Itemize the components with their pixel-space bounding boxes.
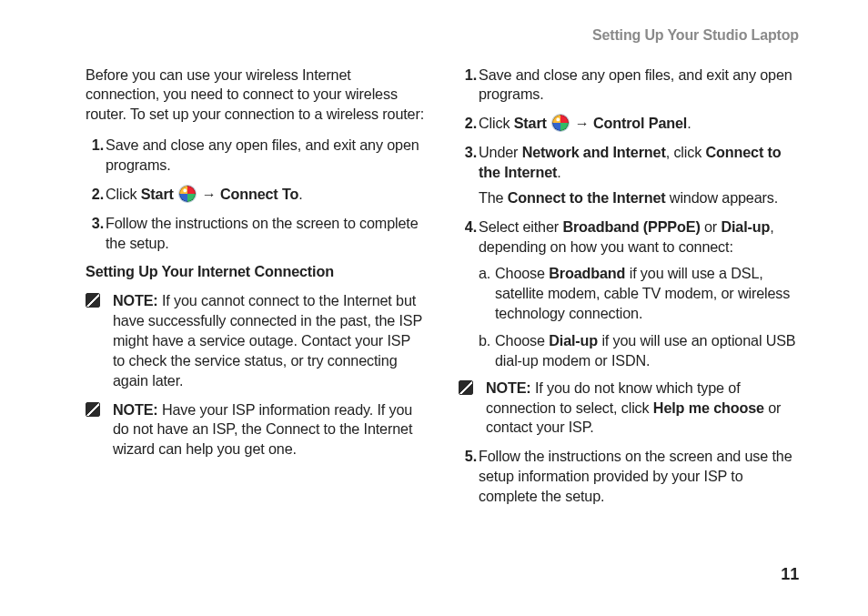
- step-number: 2.: [459, 114, 477, 134]
- internet-setup-steps: 1. Save and close any open files, and ex…: [459, 66, 799, 507]
- list-item: a. Choose Broadband if you will use a DS…: [479, 264, 799, 324]
- step-text: Select either Broadband (PPPoE) or Dial-…: [479, 218, 774, 255]
- step-number: 3.: [86, 214, 104, 234]
- step-number: 3.: [459, 143, 477, 163]
- text-run: .: [557, 164, 560, 180]
- text-run: or: [701, 218, 722, 235]
- note-label: NOTE:: [486, 379, 531, 396]
- list-item: 1. Save and close any open files, and ex…: [459, 66, 799, 106]
- text-run: If you cannot connect to the Internet bu…: [113, 292, 422, 388]
- list-item: 3. Under Network and Internet, click Con…: [459, 143, 799, 208]
- substep-letter: a.: [479, 264, 493, 284]
- start-orb-icon: [179, 186, 196, 202]
- text-run: , click: [666, 144, 706, 160]
- text-run: Click: [479, 115, 514, 131]
- text-run: Select either: [479, 218, 562, 235]
- control-panel-label: Control Panel: [593, 115, 687, 131]
- dialup-option: Dial-up: [549, 332, 598, 348]
- text-run: Choose: [495, 332, 549, 348]
- substep-letter: b.: [479, 331, 493, 351]
- help-me-choose-label: Help me choose: [653, 399, 764, 416]
- network-internet-label: Network and Internet: [522, 144, 666, 160]
- substep-text: Choose Broadband if you will use a DSL, …: [495, 265, 790, 321]
- step-text: Click Start → Connect To.: [106, 186, 303, 202]
- arrow-glyph: →: [570, 115, 593, 131]
- text-run: .: [687, 115, 691, 131]
- note-label: NOTE:: [113, 292, 158, 308]
- note-text: NOTE: Have your ISP information ready. I…: [113, 401, 412, 458]
- broadband-option: Broadband: [549, 265, 625, 281]
- section-subheading: Setting Up Your Internet Connection: [86, 262, 426, 282]
- left-column: Before you can use your wireless Interne…: [86, 66, 426, 516]
- step-number: 1.: [86, 136, 104, 156]
- text-run: Under: [479, 144, 522, 160]
- start-label: Start: [514, 115, 547, 131]
- step-number: 2.: [86, 185, 104, 205]
- note-label: NOTE:: [113, 401, 158, 418]
- start-label: Start: [141, 186, 174, 202]
- step-text: Under Network and Internet, click Connec…: [479, 144, 782, 180]
- arrow-glyph: →: [197, 186, 220, 202]
- step-number: 4.: [459, 217, 477, 237]
- text-run: .: [298, 186, 302, 202]
- list-item: 3. Follow the instructions on the screen…: [86, 214, 426, 254]
- window-name: Connect to the Internet: [508, 189, 666, 206]
- note-text: NOTE: If you cannot connect to the Inter…: [113, 292, 422, 388]
- step-text: Follow the instructions on the screen to…: [106, 215, 419, 251]
- two-column-layout: Before you can use your wireless Interne…: [86, 66, 799, 516]
- connection-options: a. Choose Broadband if you will use a DS…: [479, 264, 799, 370]
- list-item: 2. Click Start → Connect To.: [86, 185, 426, 205]
- intro-paragraph: Before you can use your wireless Interne…: [86, 66, 426, 126]
- note-icon: [86, 402, 100, 417]
- text-run: window appears.: [666, 189, 779, 206]
- wireless-setup-steps: 1. Save and close any open files, and ex…: [86, 136, 426, 253]
- right-column: 1. Save and close any open files, and ex…: [459, 66, 799, 516]
- list-item: 1. Save and close any open files, and ex…: [86, 136, 426, 176]
- page-number: 11: [781, 563, 799, 585]
- step-text: Save and close any open files, and exit …: [106, 136, 419, 173]
- list-item: 4. Select either Broadband (PPPoE) or Di…: [459, 217, 799, 439]
- step-text: Click Start → Control Panel.: [479, 115, 691, 131]
- note-icon: [459, 380, 473, 395]
- broadband-label: Broadband (PPPoE): [562, 218, 700, 235]
- list-item: b. Choose Dial-up if you will use an opt…: [479, 331, 799, 371]
- list-item: 2. Click Start → Control Panel.: [459, 114, 799, 134]
- text-run: Click: [106, 186, 141, 202]
- substep-text: Choose Dial-up if you will use an option…: [495, 332, 796, 369]
- note-icon: [86, 293, 100, 308]
- text-run: Choose: [495, 265, 549, 281]
- step-result: The Connect to the Internet window appea…: [479, 188, 799, 208]
- step-text: Follow the instructions on the screen an…: [479, 448, 792, 504]
- note-block: NOTE: If you cannot connect to the Inter…: [86, 291, 426, 390]
- text-run: The: [479, 189, 508, 206]
- start-orb-icon: [552, 115, 569, 131]
- step-number: 1.: [459, 66, 477, 86]
- dialup-label: Dial-up: [721, 218, 770, 235]
- list-item: 5. Follow the instructions on the screen…: [459, 447, 799, 507]
- note-block: NOTE: Have your ISP information ready. I…: [86, 400, 426, 460]
- manual-page: Setting Up Your Studio Laptop Before you…: [0, 0, 868, 516]
- text-run: Have your ISP information ready. If you …: [113, 401, 412, 458]
- step-text: Save and close any open files, and exit …: [479, 66, 792, 103]
- note-block: NOTE: If you do not know which type of c…: [459, 379, 799, 439]
- step-number: 5.: [459, 447, 477, 467]
- note-text: NOTE: If you do not know which type of c…: [486, 379, 781, 436]
- connect-to-label: Connect To: [220, 186, 298, 202]
- page-header: Setting Up Your Studio Laptop: [86, 25, 799, 45]
